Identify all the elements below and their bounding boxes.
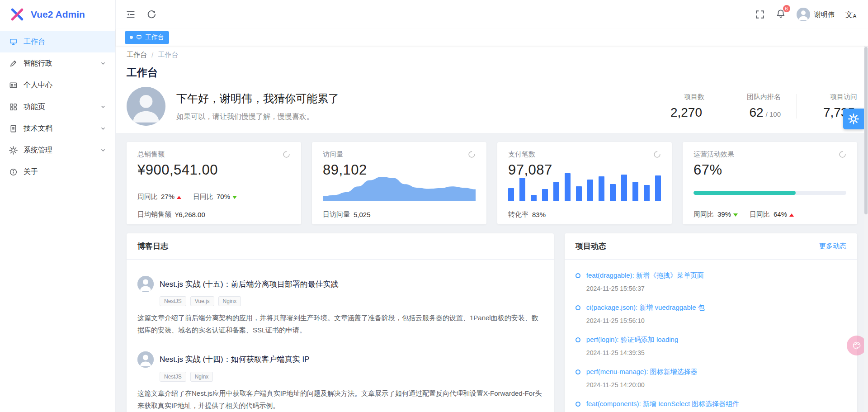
refresh-icon[interactable] — [146, 9, 156, 19]
blog-post-title[interactable]: Nest.js 实战 (十五)：前后端分离项目部署的最佳实践 — [160, 279, 339, 289]
id-card-icon — [9, 81, 18, 90]
blog-card-title: 博客日志 — [137, 241, 168, 251]
activity-progress-fill — [693, 191, 796, 195]
refresh-icon[interactable] — [839, 151, 846, 158]
info-icon — [9, 168, 18, 176]
user-menu[interactable]: 谢明伟 — [797, 8, 835, 21]
timeline-dot-icon — [576, 369, 580, 374]
activity-card-title: 项目动态 — [576, 241, 606, 251]
tag: Nginx — [218, 296, 241, 306]
fold-sidebar-icon[interactable] — [126, 9, 136, 19]
author-avatar — [137, 276, 154, 292]
card-value: 67% — [693, 162, 846, 178]
app-logo[interactable]: Vue2 Admin — [0, 0, 115, 29]
pen-icon — [9, 59, 18, 68]
commit-link[interactable]: perf(login): 验证码添加 loading — [586, 336, 678, 344]
tag: Nginx — [190, 372, 213, 382]
bar — [531, 195, 537, 201]
timeline-item: ci(package.json): 新增 vuedraggable 包 2024… — [576, 303, 846, 324]
sidebar-item-label: 关于 — [24, 167, 38, 177]
sidebar-item-label: 个人中心 — [24, 81, 52, 90]
notifications-button[interactable]: 6 — [776, 9, 786, 20]
greeting-row: 下午好，谢明伟，我猜你可能累了 如果可以，请让我们慢慢了解，慢慢喜欢。 项目数 … — [127, 87, 857, 126]
bar — [655, 175, 661, 201]
stat-projects: 项目数 2,270 — [659, 93, 704, 120]
divider — [720, 94, 720, 118]
fullscreen-icon[interactable] — [755, 9, 765, 19]
notification-badge: 6 — [783, 5, 790, 12]
user-avatar — [797, 8, 810, 21]
commit-link[interactable]: ci(package.json): 新增 vuedraggable 包 — [586, 303, 705, 312]
greeting-title: 下午好，谢明伟，我猜你可能累了 — [176, 91, 339, 106]
sidebar-item-label: 智能行政 — [24, 59, 52, 68]
page-head: 工作台 / 工作台 工作台 下午好，谢明伟，我猜你可能累了 如果可以，请让我们慢… — [116, 46, 868, 133]
commit-time: 2024-11-25 14:39:35 — [586, 349, 846, 356]
sidebar-item-docs[interactable]: 技术文档 — [0, 118, 115, 139]
bar — [553, 182, 559, 201]
bar — [610, 184, 616, 201]
bar — [599, 176, 604, 201]
scrollbar-thumb[interactable] — [864, 47, 868, 214]
bar — [542, 189, 548, 201]
trend-day: 日同比64% — [750, 210, 794, 219]
greeting-avatar — [127, 87, 165, 126]
blog-item: Nest.js 实战 (十五)：前后端分离项目部署的最佳实践 NestJS Vu… — [137, 276, 543, 336]
sidebar-item-label: 技术文档 — [24, 124, 52, 133]
divider — [323, 206, 476, 206]
timeline-item: feat(draggable): 新增《拖拽》菜单页面 2024-11-25 1… — [576, 271, 846, 292]
chevron-down-icon — [100, 125, 106, 132]
commit-link[interactable]: perf(menu-manage): 图标新增选择器 — [586, 368, 698, 376]
trend-week: 周同比27% — [137, 193, 181, 201]
language-icon[interactable]: 文A — [845, 11, 856, 19]
username: 谢明伟 — [814, 10, 835, 19]
bar — [519, 178, 525, 201]
chevron-down-icon — [100, 104, 106, 110]
refresh-icon[interactable] — [468, 151, 476, 158]
sidebar-item-pages[interactable]: 功能页 — [0, 96, 115, 118]
author-avatar — [137, 351, 154, 368]
breadcrumb-separator: / — [151, 51, 153, 59]
grid-icon — [9, 103, 18, 111]
timeline-item: perf(menu-manage): 图标新增选择器 2024-11-25 14… — [576, 368, 846, 388]
sidebar-item-label: 功能页 — [24, 102, 45, 112]
stat-team-rank: 团队内排名 62/ 100 — [736, 93, 781, 120]
card-visits: 访问量 89,102 日访问量5,025 — [312, 142, 486, 224]
card-title: 访问量 — [323, 150, 343, 159]
timeline-dot-icon — [576, 273, 580, 278]
tab-workbench[interactable]: 工作台 — [125, 31, 169, 44]
caret-up-icon — [789, 213, 794, 217]
settings-fab-button[interactable] — [843, 109, 864, 129]
stat-cards-row: 总销售额 ¥900,541.00 周同比27% 日同比70% 日均销售额¥6,2… — [127, 142, 857, 224]
blog-post-title[interactable]: Nest.js 实战 (十四)：如何获取客户端真实 IP — [160, 354, 310, 365]
app-title: Vue2 Admin — [31, 9, 85, 20]
card-title: 运营活动效果 — [693, 150, 734, 159]
activity-card: 项目动态 更多动态 feat(draggable): 新增《拖拽》菜单页面 20… — [565, 233, 857, 412]
tag: NestJS — [160, 296, 186, 306]
breadcrumb-item[interactable]: 工作台 — [127, 51, 147, 59]
visits-area-chart — [323, 175, 476, 201]
refresh-icon[interactable] — [283, 151, 290, 158]
breadcrumb: 工作台 / 工作台 — [127, 51, 857, 59]
gear-icon — [848, 114, 859, 124]
sidebar-item-admin[interactable]: 智能行政 — [0, 52, 115, 74]
sidebar: Vue2 Admin 工作台 智能行政 个人中心 功能页 — [0, 0, 116, 412]
greeting-subtitle: 如果可以，请让我们慢慢了解，慢慢喜欢。 — [176, 112, 339, 122]
sidebar-item-about[interactable]: 关于 — [0, 161, 115, 183]
sidebar-item-workbench[interactable]: 工作台 — [0, 31, 115, 52]
card-payments: 支付笔数 97,087 转化率83% — [497, 142, 672, 224]
commit-link[interactable]: feat(draggable): 新增《拖拽》菜单页面 — [586, 271, 704, 280]
topbar: 6 谢明伟 文A — [116, 0, 868, 29]
blog-item: Nest.js 实战 (十四)：如何获取客户端真实 IP NestJS Ngin… — [137, 351, 543, 412]
divider — [693, 206, 846, 206]
dashboard-icon — [9, 38, 18, 46]
more-activity-link[interactable]: 更多动态 — [819, 242, 846, 251]
breadcrumb-item-current: 工作台 — [158, 51, 178, 59]
card-total-sales: 总销售额 ¥900,541.00 周同比27% 日同比70% 日均销售额¥6,2… — [127, 142, 301, 224]
sidebar-item-profile[interactable]: 个人中心 — [0, 74, 115, 96]
scrollbar-track[interactable] — [864, 46, 868, 412]
refresh-icon[interactable] — [653, 151, 661, 158]
gear-icon — [9, 146, 18, 155]
sidebar-item-system[interactable]: 系统管理 — [0, 139, 115, 161]
commit-time: 2024-11-25 15:56:10 — [586, 317, 846, 324]
commit-link[interactable]: feat(components): 新增 IconSelect 图标选择器组件 — [586, 400, 739, 408]
